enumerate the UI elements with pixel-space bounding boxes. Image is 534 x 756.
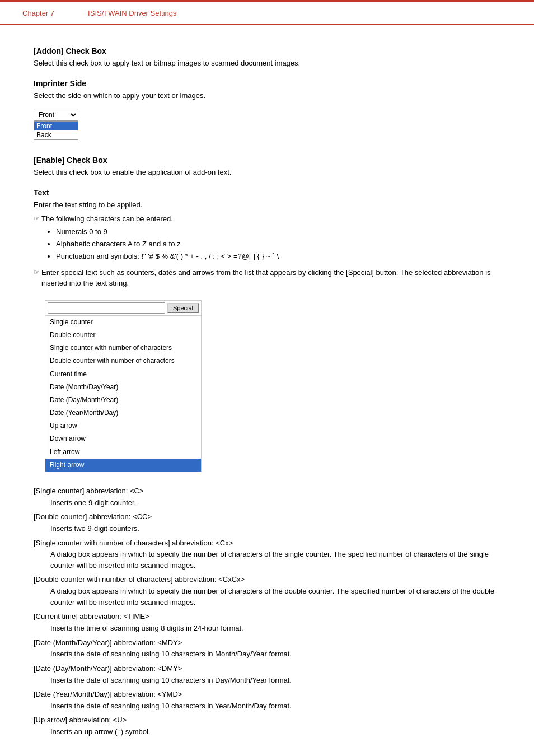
special-panel: Special Single counter Double counter Si…: [45, 295, 500, 480]
enable-checkbox-body: Select this check box to enable the appl…: [34, 167, 500, 178]
special-dropdown-area: Special Single counter Double counter Si…: [45, 300, 202, 472]
abbr-desc-double-counter-num: A dialog box appears in which to specify…: [50, 586, 500, 608]
addon-checkbox-title: [Addon] Check Box: [34, 46, 500, 55]
abbr-title-single-counter: [Single counter] abbreviation: <C>: [34, 486, 500, 497]
special-item-date-ymd[interactable]: Date (Year/Month/Day): [45, 407, 201, 419]
note2-icon: ☞: [34, 268, 39, 277]
text-section-title: Text: [34, 188, 500, 197]
abbr-title-double-counter: [Double counter] abbreviation: <CC>: [34, 511, 500, 523]
enable-checkbox-title: [Enable] Check Box: [34, 156, 500, 165]
special-item-down-arrow[interactable]: Down arrow: [45, 432, 201, 445]
abbr-title-date-ymd: [Date (Year/Month/Day)] abbreviation: <Y…: [34, 689, 500, 701]
abbr-title-date-mdy: [Date (Month/Day/Year)] abbreviation: <M…: [34, 637, 500, 649]
imprinter-side-select[interactable]: Front Back: [34, 109, 78, 121]
abbr-title-double-counter-num: [Double counter with number of character…: [34, 574, 500, 586]
dropdown-item-back[interactable]: Back: [34, 130, 78, 139]
abbreviation-section: [Single counter] abbreviation: <C> Inser…: [34, 486, 500, 738]
note1-text: The following characters can be entered.: [41, 213, 173, 225]
abbr-title-current-time: [Current time] abbreviation: <TIME>: [34, 611, 500, 623]
special-text-input[interactable]: [48, 302, 165, 314]
note2-text: Enter special text such as counters, dat…: [41, 267, 500, 289]
abbr-desc-date-ymd: Inserts the date of scanning using 10 ch…: [50, 701, 500, 712]
abbr-title-single-counter-num: [Single counter with number of character…: [34, 538, 500, 549]
note2-line: ☞ Enter special text such as counters, d…: [34, 267, 500, 289]
special-item-right-arrow[interactable]: Right arrow: [45, 459, 201, 472]
abbr-desc-date-dmy: Inserts the date of scanning using 10 ch…: [50, 675, 500, 686]
abbr-desc-single-counter: Inserts one 9-digit counter.: [50, 497, 500, 508]
abbr-desc-up-arrow: Inserts an up arrow (↑) symbol.: [50, 726, 500, 738]
imprinter-side-body: Select the side on which to apply your t…: [34, 90, 500, 101]
abbr-title-date-dmy: [Date (Day/Month/Year)] abbreviation: <D…: [34, 663, 500, 675]
special-top-bar: Special: [45, 301, 201, 316]
special-item-date-dmy[interactable]: Date (Day/Month/Year): [45, 394, 201, 407]
character-bullet-list: Numerals 0 to 9 Alphabetic characters A …: [56, 226, 500, 263]
chapter-label: Chapter 7: [22, 9, 54, 17]
page-title: ISIS/TWAIN Driver Settings: [88, 9, 176, 17]
abbr-desc-current-time: Inserts the time of scanning using 8 dig…: [50, 623, 500, 634]
special-item-double-counter[interactable]: Double counter: [45, 329, 201, 342]
special-item-current-time[interactable]: Current time: [45, 368, 201, 381]
abbr-desc-date-mdy: Inserts the date of scanning using 10 ch…: [50, 648, 500, 660]
special-item-single-counter[interactable]: Single counter: [45, 316, 201, 329]
abbr-title-up-arrow: [Up arrow] abbreviation: <U>: [34, 715, 500, 726]
special-item-single-counter-num[interactable]: Single counter with number of characters: [45, 342, 201, 354]
special-button[interactable]: Special: [167, 303, 199, 313]
bullet-item-2: Alphabetic characters A to Z and a to z: [56, 238, 500, 250]
abbr-desc-single-counter-num: A dialog box appears in which to specify…: [50, 549, 500, 571]
dropdown-list: Front Back: [34, 121, 78, 140]
special-item-date-mdy[interactable]: Date (Month/Day/Year): [45, 381, 201, 394]
special-list: Single counter Double counter Single cou…: [45, 316, 201, 472]
imprinter-dropdown-container: Front Back Front Back: [34, 109, 78, 140]
special-item-double-counter-num[interactable]: Double counter with number of characters: [45, 354, 201, 367]
bullet-item-1: Numerals 0 to 9: [56, 226, 500, 238]
note1-icon: ☞: [34, 214, 39, 223]
abbr-desc-double-counter: Inserts two 9-digit counters.: [50, 523, 500, 534]
special-item-up-arrow[interactable]: Up arrow: [45, 419, 201, 432]
note1-line: ☞ The following characters can be entere…: [34, 213, 500, 225]
page-header: Chapter 7 ISIS/TWAIN Driver Settings: [0, 2, 534, 25]
addon-checkbox-body: Select this check box to apply text or b…: [34, 58, 500, 69]
main-content: [Addon] Check Box Select this check box …: [0, 25, 534, 756]
special-item-left-arrow[interactable]: Left arrow: [45, 446, 201, 459]
text-section-body: Enter the text string to be applied.: [34, 199, 500, 211]
bullet-item-3: Punctuation and symbols: !" '# $ % &'( )…: [56, 250, 500, 263]
dropdown-item-front[interactable]: Front: [34, 122, 78, 130]
imprinter-side-title: Imprinter Side: [34, 79, 500, 88]
